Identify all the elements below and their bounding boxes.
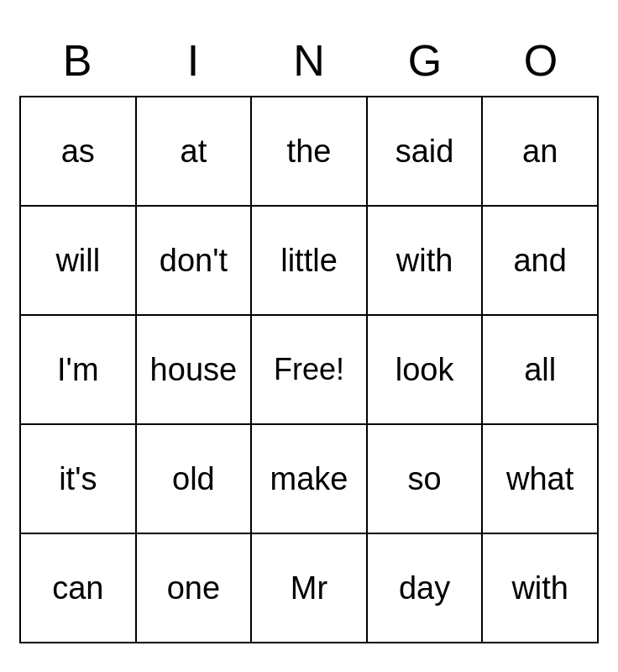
- header-letter: G: [367, 29, 483, 92]
- header-letter: N: [251, 29, 367, 92]
- bingo-cell-r2-c2[interactable]: Free!: [252, 316, 368, 425]
- bingo-cell-r1-c4[interactable]: and: [483, 207, 599, 316]
- bingo-cell-r3-c3[interactable]: so: [368, 425, 484, 534]
- bingo-cell-r3-c2[interactable]: make: [252, 425, 368, 534]
- bingo-cell-r4-c4[interactable]: with: [483, 534, 599, 643]
- bingo-cell-r4-c2[interactable]: Mr: [252, 534, 368, 643]
- bingo-cell-r2-c3[interactable]: look: [368, 316, 484, 425]
- header-letter: O: [483, 29, 599, 92]
- header-letter: B: [19, 29, 135, 92]
- bingo-cell-r0-c4[interactable]: an: [483, 97, 599, 207]
- bingo-cell-r3-c0[interactable]: it's: [21, 425, 137, 534]
- bingo-cell-r3-c1[interactable]: old: [137, 425, 253, 534]
- bingo-cell-r1-c3[interactable]: with: [368, 207, 484, 316]
- bingo-cell-r4-c0[interactable]: can: [21, 534, 137, 643]
- header-letter: I: [135, 29, 251, 92]
- bingo-header: BINGO: [19, 29, 599, 92]
- bingo-cell-r2-c0[interactable]: I'm: [21, 316, 137, 425]
- bingo-cell-r0-c0[interactable]: as: [21, 97, 137, 207]
- bingo-cell-r0-c1[interactable]: at: [137, 97, 253, 207]
- bingo-cell-r0-c3[interactable]: said: [368, 97, 484, 207]
- bingo-cell-r4-c1[interactable]: one: [137, 534, 253, 643]
- bingo-cell-r2-c4[interactable]: all: [483, 316, 599, 425]
- bingo-card: BINGO asatthesaidanwilldon'tlittlewithan…: [19, 29, 599, 643]
- bingo-cell-r4-c3[interactable]: day: [368, 534, 484, 643]
- bingo-cell-r3-c4[interactable]: what: [483, 425, 599, 534]
- bingo-cell-r0-c2[interactable]: the: [252, 97, 368, 207]
- bingo-cell-r1-c0[interactable]: will: [21, 207, 137, 316]
- bingo-grid: asatthesaidanwilldon'tlittlewithandI'mho…: [19, 96, 599, 643]
- bingo-cell-r2-c1[interactable]: house: [137, 316, 253, 425]
- bingo-cell-r1-c1[interactable]: don't: [137, 207, 253, 316]
- bingo-cell-r1-c2[interactable]: little: [252, 207, 368, 316]
